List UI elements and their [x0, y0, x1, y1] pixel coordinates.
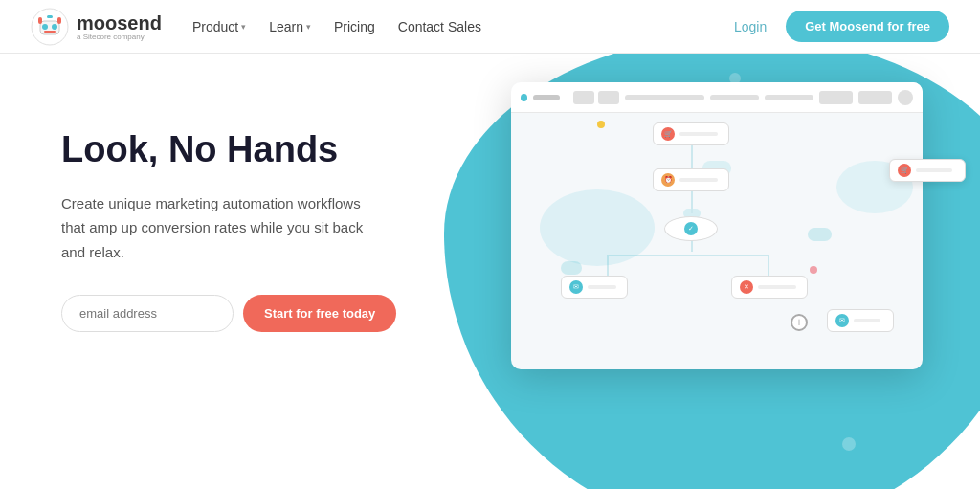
wf-icon-shop1: 🛒 — [661, 127, 675, 141]
mockup-bar-2 — [625, 95, 704, 100]
logo-text: moosend a Sitecore company — [77, 12, 162, 41]
wf-icon-email2: ✉ — [835, 314, 849, 327]
navbar: moosend a Sitecore company Product ▾ Lea… — [0, 0, 980, 54]
blob-dot-3 — [842, 437, 856, 451]
wf-plus-node: + — [791, 314, 808, 331]
wf-line-h2 — [691, 255, 768, 256]
logo-sub: a Sitecore company — [77, 33, 162, 41]
wf-node-bar-2 — [679, 178, 718, 182]
svg-rect-5 — [38, 17, 42, 24]
hero-description: Create unique marketing automation workf… — [61, 191, 377, 265]
email-form: Start for free today — [61, 295, 463, 332]
wf-node-right-1: ✕ — [731, 276, 808, 299]
wf-icon-x: ✕ — [740, 280, 753, 294]
wf-node-bar-1 — [679, 132, 718, 136]
pink-dot — [810, 266, 817, 274]
wf-icon-email1: ✉ — [569, 280, 583, 294]
svg-point-3 — [52, 24, 57, 30]
wf-node-far-email: ✉ — [827, 309, 894, 332]
wf-node-bar-5 — [854, 319, 880, 322]
dashboard-mockup: 🛒 ⏰ ✓ ✉ ✕ + — [511, 82, 923, 369]
mockup-rect-2 — [858, 91, 892, 104]
wf-node-bar-3 — [588, 285, 616, 289]
mockup-bar-3 — [710, 95, 759, 100]
wf-node-row2: ⏰ — [653, 168, 729, 191]
mockup-topbar — [511, 82, 923, 113]
mockup-circle-dot — [521, 94, 527, 101]
svg-rect-6 — [57, 17, 61, 24]
nav-product[interactable]: Product ▾ — [192, 19, 246, 34]
chevron-down-icon: ▾ — [241, 22, 246, 32]
nav-contact[interactable]: Contact Sales — [398, 19, 481, 34]
logo-icon — [31, 8, 69, 46]
mockup-right-icons — [819, 90, 913, 105]
mockup-circle-2 — [898, 90, 913, 105]
wf-icon-clock: ⏰ — [661, 173, 675, 187]
nav-right: Login Get Moosend for free — [734, 11, 949, 42]
logo-name: moosend — [77, 12, 162, 33]
extra-node-right: 🛒 — [889, 159, 966, 182]
wf-icon-check: ✓ — [684, 222, 698, 235]
mockup-btn-group — [573, 91, 619, 104]
start-free-button[interactable]: Start for free today — [243, 295, 396, 332]
chevron-down-icon: ▾ — [306, 22, 311, 32]
login-button[interactable]: Login — [734, 19, 767, 34]
hero-title: Look, No Hands — [61, 128, 463, 172]
email-input[interactable] — [61, 295, 234, 332]
get-moosend-button[interactable]: Get Moosend for free — [786, 11, 949, 42]
wf-node-bar-4 — [758, 285, 796, 289]
mockup-content: 🛒 ⏰ ✓ ✉ ✕ + — [511, 113, 923, 369]
svg-point-2 — [42, 24, 48, 30]
wf-node-left-email: ✉ — [561, 276, 628, 299]
hero-left: Look, No Hands Create unique marketing a… — [61, 100, 463, 332]
logo[interactable]: moosend a Sitecore company — [31, 8, 162, 46]
nav-pricing[interactable]: Pricing — [334, 19, 375, 34]
mockup-rect-1 — [819, 91, 853, 104]
wf-dot-yellow — [597, 121, 605, 128]
wf-line-v1 — [691, 142, 693, 168]
hero-section: Look, No Hands Create unique marketing a… — [0, 54, 980, 489]
wf-bubble-4 — [808, 228, 832, 241]
extra-node-bar — [916, 168, 952, 172]
mockup-bar-4 — [765, 95, 813, 100]
wf-icon-extra: 🛒 — [898, 164, 911, 177]
teal-bg-blob — [540, 189, 655, 266]
wf-node-row3-decision: ✓ — [664, 216, 718, 241]
mockup-btn-2 — [598, 91, 619, 104]
wf-node-row1: 🛒 — [653, 122, 729, 145]
mockup-btn-1 — [573, 91, 594, 104]
mockup-bar-1 — [533, 95, 560, 100]
blob-dot-4 — [492, 451, 501, 460]
svg-rect-7 — [47, 15, 53, 18]
svg-rect-4 — [44, 31, 56, 33]
nav-links: Product ▾ Learn ▾ Pricing Contact Sales — [192, 19, 734, 34]
extra-wf-node: 🛒 — [889, 159, 966, 182]
nav-learn[interactable]: Learn ▾ — [269, 19, 311, 34]
